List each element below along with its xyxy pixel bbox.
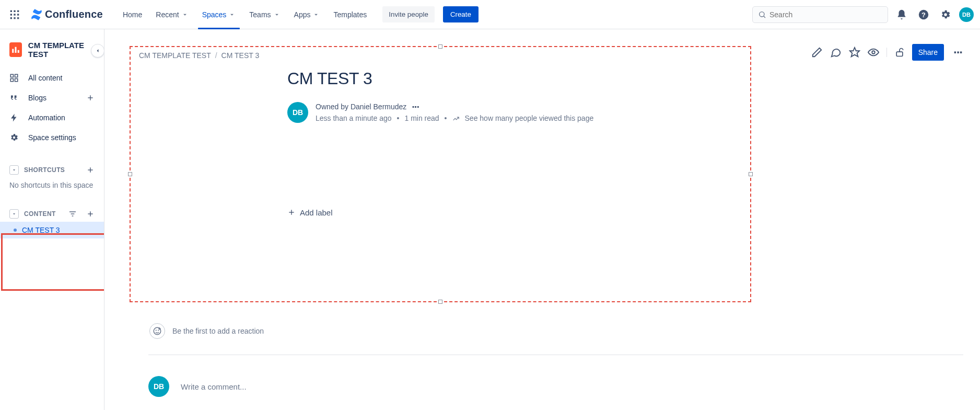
app-switcher-icon[interactable] [6, 6, 23, 23]
main-content: Share ··· CM TEMPLATE TEST / CM TEST 3 C… [104, 29, 980, 410]
add-reaction-button[interactable] [149, 323, 165, 339]
content-toggle[interactable] [9, 209, 19, 219]
help-icon[interactable]: ? [915, 6, 932, 23]
chevron-down-icon [228, 11, 236, 18]
nav-home[interactable]: Home [118, 7, 147, 22]
breadcrumb-page[interactable]: CM TEST 3 [221, 51, 260, 60]
gear-icon [9, 133, 21, 142]
svg-rect-18 [10, 79, 13, 82]
svg-rect-7 [14, 17, 15, 19]
confluence-icon [30, 8, 43, 21]
shortcuts-empty-text: No shortcuts in this space [0, 178, 104, 192]
nav-recent[interactable]: Recent [150, 7, 193, 22]
nav-apps[interactable]: Apps [289, 7, 325, 22]
nav-teams[interactable]: Teams [244, 7, 285, 22]
comment-avatar: DB [148, 376, 169, 397]
content-tree-item[interactable]: CM TEST 3 [0, 222, 104, 238]
comment-icon[interactable] [830, 47, 842, 58]
analytics-icon [452, 115, 460, 122]
svg-rect-2 [17, 10, 19, 12]
page-title: CM TEST 3 [287, 69, 729, 88]
edit-icon[interactable] [811, 47, 823, 58]
filter-content-icon[interactable] [68, 210, 77, 218]
grid-icon [9, 73, 21, 83]
sidebar-all-content[interactable]: All content [0, 68, 104, 88]
shortcuts-section-header: SHORTCUTS [0, 162, 104, 178]
invite-people-button[interactable]: Invite people [382, 6, 435, 22]
sidebar-blogs[interactable]: Blogs [0, 88, 104, 108]
annotation-highlight-content [1, 233, 104, 291]
create-button[interactable]: Create [443, 6, 479, 22]
notifications-icon[interactable] [893, 6, 910, 23]
sidebar-automation[interactable]: Automation [0, 108, 104, 128]
add-content-icon[interactable] [86, 210, 95, 218]
byline-more-icon[interactable]: ··· [412, 105, 419, 109]
svg-point-30 [872, 51, 875, 54]
reaction-prompt: Be the first to add a reaction [172, 327, 264, 335]
svg-point-9 [760, 12, 764, 16]
bolt-icon [9, 113, 21, 122]
svg-point-35 [156, 330, 156, 331]
svg-rect-15 [18, 50, 19, 53]
svg-rect-8 [17, 17, 19, 19]
owned-by-text: Owned by Daniel Bermudez [316, 101, 406, 112]
svg-rect-31 [896, 52, 903, 56]
divider [148, 355, 963, 355]
svg-rect-5 [17, 14, 19, 15]
comment-placeholder[interactable]: Write a comment... [181, 382, 247, 391]
svg-line-10 [764, 16, 765, 17]
svg-rect-19 [15, 79, 18, 82]
read-time: 1 min read [404, 112, 439, 124]
svg-rect-13 [12, 49, 14, 53]
page-actions: Share ··· [811, 44, 964, 61]
chevron-down-icon [312, 11, 320, 18]
confluence-logo[interactable]: Confluence [27, 8, 106, 21]
chevron-down-icon [273, 11, 281, 18]
add-shortcut-icon[interactable] [86, 166, 95, 174]
resize-handle[interactable] [438, 300, 442, 304]
breadcrumb-space[interactable]: CM TEMPLATE TEST [139, 51, 211, 60]
svg-marker-29 [849, 48, 859, 56]
comment-box[interactable]: DB Write a comment... [148, 376, 963, 397]
quote-icon [9, 93, 21, 102]
shortcuts-toggle[interactable] [9, 165, 19, 175]
user-avatar[interactable]: DB [959, 7, 974, 22]
sidebar: CM TEMPLATE TEST All content Blogs Autom… [0, 29, 104, 410]
brand-text: Confluence [45, 8, 103, 20]
nav-templates[interactable]: Templates [328, 7, 372, 22]
page-age: Less than a minute ago [316, 112, 392, 124]
add-blog-icon[interactable] [86, 94, 95, 102]
resize-handle[interactable] [128, 172, 132, 176]
space-name[interactable]: CM TEMPLATE TEST [28, 41, 95, 59]
svg-rect-0 [10, 10, 12, 12]
watch-icon[interactable] [868, 47, 879, 58]
bullet-icon [14, 229, 17, 232]
star-icon[interactable] [849, 47, 860, 58]
svg-rect-1 [14, 10, 15, 12]
author-avatar[interactable]: DB [287, 102, 308, 123]
space-icon [9, 42, 22, 57]
svg-point-36 [158, 330, 159, 331]
collapse-sidebar-button[interactable] [91, 44, 104, 58]
sidebar-space-settings[interactable]: Space settings [0, 128, 104, 147]
search-input[interactable] [752, 6, 888, 23]
svg-rect-14 [15, 47, 16, 53]
view-analytics-link[interactable]: See how many people viewed this page [465, 112, 594, 124]
resize-handle[interactable] [438, 44, 442, 49]
resize-handle[interactable] [749, 172, 753, 176]
svg-rect-4 [14, 14, 15, 15]
svg-text:?: ? [921, 10, 926, 18]
chevron-down-icon [181, 11, 189, 18]
annotation-dashed-region: CM TEMPLATE TEST / CM TEST 3 CM TEST 3 D… [130, 46, 751, 302]
reactions-bar: Be the first to add a reaction [149, 323, 963, 339]
svg-rect-16 [10, 74, 13, 77]
more-actions-icon[interactable]: ··· [951, 49, 964, 55]
nav-spaces[interactable]: Spaces [197, 7, 241, 22]
settings-icon[interactable] [937, 6, 954, 23]
content-section-header: CONTENT [0, 206, 104, 222]
add-label-button[interactable]: Add label [287, 208, 333, 217]
top-nav: Confluence Home Recent Spaces Teams Apps… [0, 0, 980, 29]
search-icon [758, 10, 766, 19]
restrictions-icon[interactable] [894, 47, 905, 58]
share-button[interactable]: Share [912, 44, 944, 61]
